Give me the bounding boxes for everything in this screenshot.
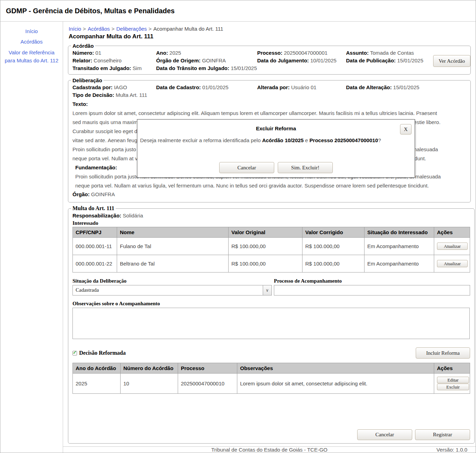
page: GDMP - Gerência de Débitos, Multas e Pen… — [0, 0, 476, 453]
app-header: GDMP - Gerência de Débitos, Multas e Pen… — [0, 0, 476, 22]
chevron-down-icon: ∨ — [263, 285, 271, 295]
multa-fieldset: Multa do Art. 111 Responsabilização: Sol… — [68, 205, 475, 444]
sidebar: Início Acórdãos Valor de Referência para… — [0, 22, 63, 453]
cell-ano: 2025 — [73, 374, 121, 394]
field-transitado: Transitado em Julgado: Sim — [72, 65, 156, 71]
app-title: GDMP - Gerência de Débitos, Multas e Pen… — [6, 7, 175, 15]
field-data-cadastro: Data de Cadastro: 01/01/2025 — [156, 84, 257, 90]
col-situacao-interessado: Situação do Interessado — [364, 227, 434, 238]
col-cpf-cnpj: CPF/CNPJ — [73, 227, 117, 238]
registrar-button[interactable]: Registrar — [415, 429, 470, 440]
interessados-header-row: CPF/CNPJ Nome Valor Original Valor Corri… — [73, 227, 470, 238]
breadcrumb-separator: > — [148, 26, 152, 32]
cancelar-button[interactable]: Cancelar — [357, 429, 412, 440]
decisao-reformada-label: Decisão Reformada — [79, 350, 126, 356]
cell-numero: 10 — [121, 374, 178, 394]
sidebar-item-valor-referencia[interactable]: Valor de Referência para Multas do Art. … — [0, 48, 63, 65]
observacoes-textarea[interactable] — [72, 308, 470, 339]
atualizar-button[interactable]: Atualizar — [437, 260, 468, 267]
observacoes-label: Observações sobre o Acompanhamento — [72, 301, 470, 307]
atualizar-button[interactable]: Atualizar — [437, 243, 468, 250]
breadcrumb-current: Acompanhar Multa do Art. 111 — [153, 26, 223, 32]
processo-acompanhamento-input[interactable] — [274, 285, 470, 295]
check-icon: ✓ — [73, 350, 77, 355]
cell-situacao: Em Acompanhamento — [364, 255, 434, 272]
col-numero-acordao: Número do Acórdão — [121, 363, 178, 374]
sidebar-item-inicio[interactable]: Início — [0, 27, 63, 35]
col-acoes: Ações — [434, 363, 470, 374]
close-button[interactable]: X — [400, 124, 412, 135]
decisao-reformada-checkbox[interactable]: ✓ — [72, 351, 77, 355]
field-data-julgamento: Data do Julgamento: 10/01/2025 — [257, 57, 346, 63]
breadcrumb-separator: > — [83, 26, 86, 32]
modal-confirmar-exclusao-button[interactable]: Sim. Excluir! — [278, 162, 333, 173]
situacao-deliberacao-select[interactable]: Cadastrada ∨ — [72, 285, 272, 295]
modal-title: Excluir Reforma — [137, 125, 415, 131]
acordao-fieldset: Acórdão Número: 01 Ano: 2025 Processo: 2… — [68, 43, 471, 75]
acordao-legend: Acórdão — [71, 43, 95, 49]
table-row: 2025 10 202500047000010 Lorem ipsum dolo… — [73, 374, 470, 394]
excluir-button[interactable]: Excluir — [437, 384, 469, 390]
cell-valor-original: R$ 100.000,00 — [229, 255, 302, 272]
incluir-reforma-button[interactable]: Incluir Reforma — [416, 347, 470, 359]
cell-cpf: 000.000.001-22 — [73, 255, 117, 272]
cell-valor-original: R$ 100.000,00 — [229, 238, 302, 255]
ver-acordao-button[interactable]: Ver Acórdão — [433, 55, 470, 67]
modal-message: Deseja realmente excluir a reforma ident… — [140, 137, 412, 144]
col-acoes: Ações — [434, 227, 470, 238]
col-observacoes: Observações — [237, 363, 434, 374]
field-responsabilizacao: Responsabilização: Solidária — [72, 213, 470, 218]
texto-label: Texto: — [72, 100, 466, 109]
reformas-table: Ano do Acórdão Número do Acórdão Process… — [72, 363, 470, 394]
field-alterada-por: Alterada por: Usuário 01 — [257, 84, 346, 90]
breadcrumb-separator: > — [112, 26, 115, 32]
situacao-deliberacao-value: Cadastrada — [73, 285, 263, 295]
cell-cpf: 000.000.001-11 — [73, 238, 117, 255]
multa-legend: Multa do Art. 111 — [71, 205, 116, 212]
modal-processo-ref: Processo 202500047000010 — [309, 137, 378, 143]
app-footer: Tribunal de Contas do Estado de Goiás - … — [63, 446, 476, 453]
breadcrumb-link-acordaos[interactable]: Acórdãos — [88, 26, 110, 32]
footer-text: Tribunal de Contas do Estado de Goiás - … — [211, 447, 328, 453]
field-relator: Relator: Conselheiro — [72, 57, 156, 63]
col-valor-original: Valor Original — [229, 227, 302, 238]
cell-processo: 202500047000010 — [178, 374, 237, 394]
modal-acordao-ref: Acórdão 10/2025 — [262, 137, 304, 143]
table-row: 000.000.001-11 Fulano de Tal R$ 100.000,… — [73, 238, 470, 255]
field-orgao: Órgão: GOINFRA — [72, 191, 466, 197]
field-orgao-origem: Órgão de Origem: GOINFRA — [156, 57, 257, 63]
field-numero: Número: 01 — [72, 50, 156, 56]
field-tipo-decisao: Tipo de Decisão: Multa Art. 111 — [72, 92, 466, 98]
breadcrumb-link-deliberacoes[interactable]: Deliberações — [116, 26, 147, 32]
sidebar-item-acordaos[interactable]: Acórdãos — [0, 38, 63, 46]
cell-nome: Fulano de Tal — [117, 238, 229, 255]
field-data-alteracao: Data de Alteração: 15/01/2025 — [346, 84, 466, 90]
cell-valor-corrigido: R$ 100.000,00 — [302, 255, 364, 272]
cell-valor-corrigido: R$ 100.000,00 — [302, 238, 364, 255]
situacao-deliberacao-label: Situação da Deliberação — [72, 278, 272, 284]
col-valor-corrigido: Valor Corrigido — [302, 227, 364, 238]
field-ano: Ano: 2025 — [156, 50, 257, 56]
cell-observacoes: Lorem ipsum dolor sit amet, consectetur … — [237, 374, 434, 394]
reformas-header-row: Ano do Acórdão Número do Acórdão Process… — [73, 363, 470, 374]
col-nome: Nome — [117, 227, 229, 238]
cell-nome: Beltrano de Tal — [117, 255, 229, 272]
interessados-table: CPF/CNPJ Nome Valor Original Valor Corri… — [72, 227, 470, 272]
col-processo: Processo — [178, 363, 237, 374]
main-content: Início>Acórdãos>Deliberações>Acompanhar … — [63, 22, 476, 446]
breadcrumb: Início>Acórdãos>Deliberações>Acompanhar … — [69, 26, 471, 32]
breadcrumb-link-inicio[interactable]: Início — [69, 26, 81, 32]
interessado-label: Interessado — [72, 220, 470, 226]
cell-situacao: Em Acompanhamento — [364, 238, 434, 255]
deliberacao-legend: Deliberação — [71, 77, 103, 83]
footer-version: Versão: 1.0.0 — [437, 447, 467, 453]
modal-cancelar-button[interactable]: Cancelar — [219, 162, 274, 173]
col-ano-acordao: Ano do Acórdão — [73, 363, 121, 374]
field-data-transito: Data do Trânsito em Julgado: 15/01/2025 — [156, 65, 466, 71]
editar-button[interactable]: Editar — [437, 377, 469, 383]
page-title: Acompanhar Multa do Art. 111 — [69, 33, 471, 40]
field-processo: Processo: 202500047000001 — [257, 50, 346, 56]
field-cadastrada-por: Cadastrada por: IAGO — [72, 84, 156, 90]
processo-acompanhamento-label: Processo de Acompanhamento — [274, 278, 470, 284]
table-row: 000.000.001-22 Beltrano de Tal R$ 100.00… — [73, 255, 470, 272]
